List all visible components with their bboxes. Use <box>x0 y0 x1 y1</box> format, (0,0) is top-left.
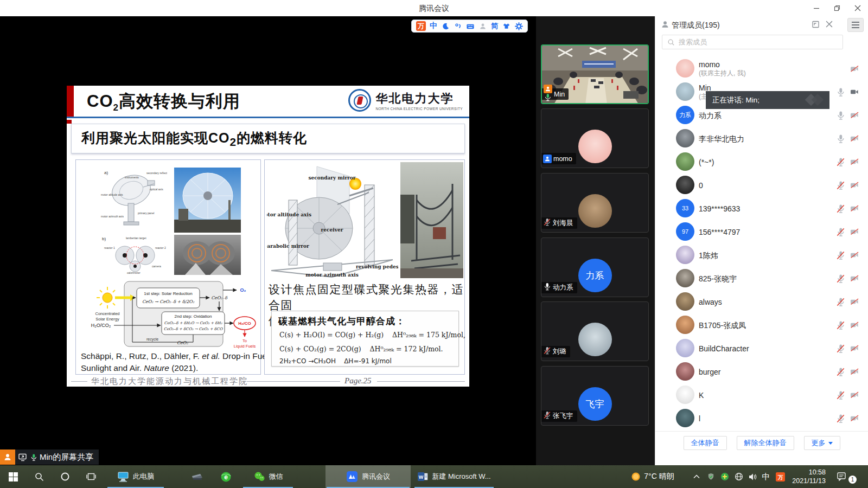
ime-simplified[interactable]: 简 <box>491 21 498 31</box>
search-input[interactable] <box>679 35 839 49</box>
mic-muted-icon[interactable] <box>836 227 845 236</box>
mic-muted-icon[interactable] <box>543 218 551 226</box>
member-row[interactable]: burger <box>655 360 868 383</box>
weather-widget[interactable]: 7°C 晴朗 <box>623 465 682 488</box>
taskbar-this-pc[interactable]: 此电脑 <box>106 465 165 488</box>
camera-off-icon[interactable] <box>850 65 859 73</box>
member-row[interactable]: 825-张晓宇 <box>655 267 868 290</box>
member-av-controls[interactable] <box>836 134 859 143</box>
mic-muted-icon[interactable] <box>836 320 845 330</box>
camera-off-icon[interactable] <box>850 204 859 213</box>
mic-muted-icon[interactable] <box>836 157 845 166</box>
video-tile[interactable]: 力系 动力系 <box>541 237 649 297</box>
member-row[interactable]: 1陈炜 <box>655 243 868 267</box>
tray-network-icon[interactable] <box>732 465 745 488</box>
member-row[interactable]: 97 156****4797 <box>655 220 868 243</box>
member-row[interactable]: 李非华北电力 <box>655 127 868 150</box>
ime-settings-gear-icon[interactable] <box>514 21 523 31</box>
member-row[interactable]: l <box>655 407 868 430</box>
minimize-button[interactable] <box>806 0 827 16</box>
unmute-all-button[interactable]: 解除全体静音 <box>737 436 794 450</box>
mic-muted-icon[interactable] <box>836 367 845 376</box>
member-av-controls[interactable] <box>836 367 859 376</box>
moon-icon[interactable] <box>441 21 450 31</box>
member-row[interactable]: (*~*) <box>655 150 868 174</box>
camera-off-icon[interactable] <box>850 134 859 143</box>
member-av-controls[interactable] <box>836 181 859 190</box>
restore-button[interactable] <box>827 0 847 16</box>
member-av-controls[interactable] <box>836 227 859 236</box>
mic-muted-icon[interactable] <box>836 414 845 423</box>
taskbar-scanner-icon[interactable] <box>184 465 210 488</box>
mic-white-icon[interactable] <box>543 282 551 291</box>
ime-toolbar[interactable]: 万 中 简 <box>411 20 528 33</box>
close-panel-icon[interactable] <box>825 20 833 28</box>
camera-off-icon[interactable] <box>850 181 859 190</box>
mic-muted-icon[interactable] <box>836 181 845 190</box>
camera-off-icon[interactable] <box>850 344 859 353</box>
camera-on-icon[interactable] <box>850 88 859 97</box>
camera-off-icon[interactable] <box>850 298 859 306</box>
mic-muted-icon[interactable] <box>836 204 845 213</box>
skin-icon[interactable] <box>502 21 510 31</box>
tray-security-icon[interactable] <box>704 465 717 488</box>
tray-antivirus-icon[interactable] <box>718 465 731 488</box>
camera-off-icon[interactable] <box>850 391 859 400</box>
mute-all-button[interactable]: 全体静音 <box>684 436 727 450</box>
ime-user-icon[interactable] <box>478 21 487 31</box>
member-row[interactable]: 0 <box>655 174 868 197</box>
camera-off-icon[interactable] <box>850 158 859 166</box>
taskbar-tencent-meeting[interactable]: 腾讯会议 <box>326 465 411 488</box>
camera-off-icon[interactable] <box>850 414 859 423</box>
more-button[interactable]: 更多 <box>804 436 840 450</box>
task-view-icon[interactable] <box>78 465 104 488</box>
member-av-controls[interactable] <box>836 204 859 213</box>
mic-muted-icon[interactable] <box>836 297 845 306</box>
action-center-icon[interactable]: 1 <box>833 465 864 488</box>
member-av-controls[interactable] <box>850 65 859 73</box>
mic-plain-icon[interactable] <box>836 134 845 143</box>
video-tile[interactable]: Min <box>541 44 649 104</box>
mic-muted-icon[interactable] <box>836 390 845 400</box>
video-tile[interactable]: momo <box>541 108 649 168</box>
camera-off-icon[interactable] <box>850 111 859 120</box>
keyboard-icon[interactable] <box>466 21 475 31</box>
mic-muted-icon[interactable] <box>543 411 551 419</box>
mic-muted-icon[interactable] <box>836 344 845 353</box>
voice-input-icon[interactable] <box>454 21 462 31</box>
camera-off-icon[interactable] <box>850 321 859 330</box>
mic-muted-icon[interactable] <box>543 346 551 355</box>
member-row[interactable]: always <box>655 290 868 313</box>
member-av-controls[interactable] <box>836 111 859 120</box>
member-av-controls[interactable] <box>836 251 859 260</box>
member-av-controls[interactable] <box>836 320 859 330</box>
taskbar-wechat[interactable]: 微信 <box>242 465 294 488</box>
video-tile[interactable]: 飞宇 张飞宇 <box>541 366 649 426</box>
member-row[interactable]: BuildCharacter <box>655 337 868 360</box>
member-av-controls[interactable] <box>836 157 859 166</box>
ime-logo-icon[interactable]: 万 <box>416 21 426 31</box>
taskbar-browser-icon[interactable]: e <box>213 465 239 488</box>
cortana-icon[interactable] <box>52 465 78 488</box>
member-av-controls[interactable] <box>836 390 859 400</box>
taskbar-clock[interactable]: 10:58 2021/11/13 <box>779 465 826 488</box>
member-av-controls[interactable] <box>836 297 859 306</box>
mic-plain-icon[interactable] <box>836 87 845 97</box>
start-button[interactable] <box>0 465 26 488</box>
panel-menu-button[interactable] <box>847 18 864 32</box>
member-av-controls[interactable] <box>836 344 859 353</box>
member-row[interactable]: B1705-张成凤 <box>655 313 868 337</box>
ime-mode-chinese[interactable]: 中 <box>430 21 437 31</box>
taskbar-search-icon[interactable] <box>26 465 52 488</box>
video-tile[interactable]: 刘海晨 <box>541 173 649 233</box>
member-row[interactable]: momo (联席主持人, 我) <box>655 57 868 80</box>
tray-ime-lang[interactable]: 中 <box>760 465 773 488</box>
mic-green-icon[interactable] <box>544 93 552 101</box>
mic-muted-icon[interactable] <box>836 251 845 260</box>
screen-share-badge[interactable]: Min的屏幕共享 <box>0 450 99 465</box>
member-av-controls[interactable] <box>836 414 859 423</box>
member-row[interactable]: 33 139****9633 <box>655 197 868 220</box>
popout-panel-icon[interactable] <box>812 20 820 29</box>
camera-off-icon[interactable] <box>850 274 859 283</box>
close-button[interactable] <box>847 0 868 16</box>
